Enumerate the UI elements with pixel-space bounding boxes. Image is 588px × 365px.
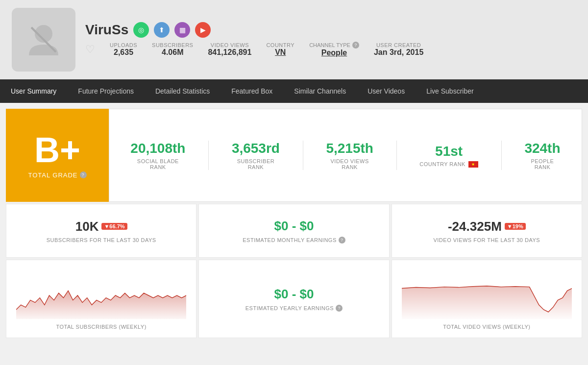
subscribers-30d-card: 10K ▼66.7% SUBSCRIBERS FOR THE LAST 30 D… [6,204,196,258]
video-views-stat: VIDEO VIEWS 841,126,891 [208,42,251,57]
user-created-stat: USER CREATED Jan 3rd, 2015 [374,42,423,57]
rank-people: 324th PEOPLERANK [524,141,560,170]
monthly-earnings-help[interactable]: ? [339,237,345,243]
nav-item-user-summary[interactable]: User Summary [0,79,67,103]
rank-divider-4 [501,141,502,170]
main-content: B+ TOTAL GRADE ? 20,108th SOCIAL BLADERA… [0,103,588,344]
main-nav: User Summary Future Projections Detailed… [0,79,588,103]
views-chart [400,266,574,320]
yearly-earnings-value: $0 - $0 [274,287,314,302]
views-weekly-label: TOTAL VIDEO VIEWS (WEEKLY) [400,320,574,332]
yearly-earnings-help[interactable]: ? [336,305,343,312]
nav-item-detailed-statistics[interactable]: Detailed Statistics [145,79,220,103]
video-views-weekly-card: TOTAL VIDEO VIEWS (WEEKLY) [392,260,582,338]
video-views-30d-card: -24.325M ▼19% VIDEO VIEWS FOR THE LAST 3… [392,204,582,258]
subscribers-weekly-card: TOTAL SUBSCRIBERS (WEEKLY) [6,260,196,338]
subscribers-weekly-label: TOTAL SUBSCRIBERS (WEEKLY) [14,320,188,332]
grade-box: B+ TOTAL GRADE ? [6,109,109,202]
rank-subscriber: 3,653rd SUBSCRIBERRANK [232,141,280,170]
channel-name-row: ViruSs ◎ ⬆ ▦ ▶ [85,22,423,38]
rank-divider-3 [396,141,397,170]
stats-cards: 10K ▼66.7% SUBSCRIBERS FOR THE LAST 30 D… [6,204,582,258]
country-stat: COUNTRY VN [266,42,294,57]
grade-letter: B+ [34,132,80,168]
vn-flag [468,161,478,168]
avatar [12,8,75,72]
yearly-earnings-card: $0 - $0 ESTIMATED YEARLY EARNINGS ? [198,260,389,338]
chart-icon[interactable]: ▦ [174,22,190,38]
page-header: ViruSs ◎ ⬆ ▦ ▶ ♡ UPLOADS 2,635 SUBSCRIBE… [0,0,588,79]
heart-icon[interactable]: ♡ [85,43,95,56]
top-section: B+ TOTAL GRADE ? 20,108th SOCIAL BLADERA… [6,109,582,202]
nav-item-featured-box[interactable]: Featured Box [220,79,283,103]
upload-icon[interactable]: ⬆ [154,22,170,38]
video-icon[interactable]: ▶ [195,22,211,38]
grade-help-icon[interactable]: ? [80,171,87,178]
subscribers-stat: SUBSCRIBERS 4.06M [152,42,193,57]
rank-video-views: 5,215th VIDEO VIEWSRANK [326,141,373,170]
monthly-earnings-card: $0 - $0 ESTIMATED MONTHLY EARNINGS ? [198,204,389,258]
views-badge: ▼19% [505,223,526,230]
rank-divider-2 [303,141,303,170]
nav-item-future-projections[interactable]: Future Projections [67,79,145,103]
channel-info: ViruSs ◎ ⬆ ▦ ▶ ♡ UPLOADS 2,635 SUBSCRIBE… [85,22,423,57]
nav-item-similar-channels[interactable]: Similar Channels [283,79,357,103]
ranks-section: 20,108th SOCIAL BLADERANK 3,653rd SUBSCR… [109,109,582,202]
nav-item-user-videos[interactable]: User Videos [357,79,416,103]
rank-social-blade: 20,108th SOCIAL BLADERANK [130,141,185,170]
subscribe-icon[interactable]: ◎ [133,22,149,38]
grade-label: TOTAL GRADE ? [28,171,86,179]
channel-type-help[interactable]: ? [352,42,359,49]
stats-row: ♡ UPLOADS 2,635 SUBSCRIBERS 4.06M VIDEO … [85,42,423,57]
rank-divider [208,141,209,170]
subscribers-chart [14,266,188,320]
channel-type-stat: CHANNEL TYPE ? People [309,42,359,57]
subscribers-badge: ▼66.7% [101,223,127,230]
channel-name: ViruSs [85,22,128,38]
chart-cards: TOTAL SUBSCRIBERS (WEEKLY) $0 - $0 ESTIM… [6,260,582,338]
nav-item-live-subscriber[interactable]: Live Subscriber [416,79,485,103]
uploads-stat: UPLOADS 2,635 [110,42,137,57]
rank-country: 51st COUNTRY RANK [419,144,478,168]
